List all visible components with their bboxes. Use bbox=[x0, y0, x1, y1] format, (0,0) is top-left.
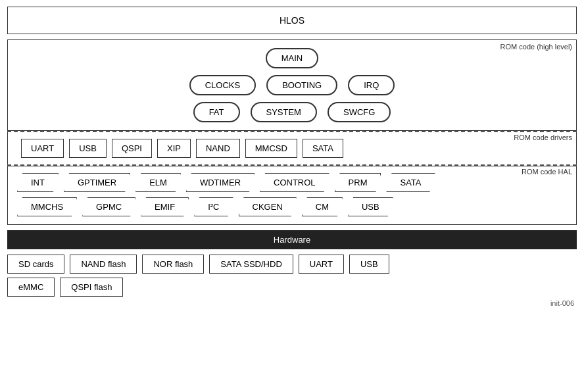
hal-mmchs: MMCHS bbox=[17, 197, 77, 216]
hw-items-section: SD cards NAND flash NOR flash SATA SSD/H… bbox=[7, 255, 577, 297]
hal-control: CONTROL bbox=[260, 173, 329, 192]
pill-main: MAIN bbox=[266, 48, 319, 68]
hardware-label: Hardware bbox=[274, 235, 310, 245]
hardware-bar: Hardware bbox=[7, 230, 577, 249]
rom-drivers-label: ROM code drivers bbox=[514, 134, 572, 141]
rom-high-section: ROM code (high level) MAIN CLOCKS BOOTIN… bbox=[7, 39, 577, 131]
hw-row-2: eMMC QSPI flash bbox=[7, 278, 577, 297]
hlos-box: HLOS bbox=[7, 7, 577, 34]
driver-qspi: QSPI bbox=[112, 139, 152, 158]
hal-row-1: INT GPTIMER ELM WDTIMER CONTROL PRM SATA bbox=[14, 173, 570, 192]
hal-usb: USB bbox=[348, 197, 393, 216]
pill-clocks: CLOCKS bbox=[189, 75, 256, 95]
hw-uart: UART bbox=[299, 255, 344, 274]
hw-emmc: eMMC bbox=[7, 278, 55, 297]
hal-prm: PRM bbox=[335, 173, 381, 192]
rom-row-0: MAIN bbox=[266, 48, 319, 68]
hw-sata-ssd: SATA SSD/HDD bbox=[209, 255, 293, 274]
driver-sata: SATA bbox=[303, 139, 343, 158]
driver-uart: UART bbox=[21, 139, 64, 158]
hal-row-2: MMCHS GPMC EMIF I²C CKGEN CM USB bbox=[14, 197, 570, 216]
driver-mmcsd: MMCSD bbox=[245, 139, 297, 158]
pill-system: SYSTEM bbox=[251, 102, 317, 122]
driver-xip: XIP bbox=[157, 139, 191, 158]
hal-wdtimer: WDTIMER bbox=[186, 173, 255, 192]
pill-irq: IRQ bbox=[348, 75, 395, 95]
hal-ckgen: CKGEN bbox=[239, 197, 297, 216]
hw-usb: USB bbox=[349, 255, 389, 274]
hal-gpmc: GPMC bbox=[82, 197, 135, 216]
hw-nand-flash: NAND flash bbox=[70, 255, 137, 274]
driver-nand: NAND bbox=[196, 139, 240, 158]
pill-fat: FAT bbox=[193, 102, 240, 122]
rom-row-1: CLOCKS BOOTING IRQ bbox=[189, 75, 395, 95]
hal-int: INT bbox=[17, 173, 59, 192]
hlos-label: HLOS bbox=[280, 15, 304, 26]
hw-sdcards: SD cards bbox=[7, 255, 64, 274]
diagram: HLOS ROM code (high level) MAIN CLOCKS B… bbox=[7, 7, 577, 307]
hal-cm: CM bbox=[302, 197, 343, 216]
hal-rows: INT GPTIMER ELM WDTIMER CONTROL PRM SATA… bbox=[14, 170, 570, 216]
pill-swcfg: SWCFG bbox=[328, 102, 391, 122]
init-label: init-006 bbox=[7, 299, 577, 307]
pill-booting: BOOTING bbox=[266, 75, 337, 95]
hal-gptimer: GPTIMER bbox=[64, 173, 130, 192]
rom-hal-label: ROM code HAL bbox=[522, 168, 572, 176]
hw-qspi-flash: QSPI flash bbox=[60, 278, 123, 297]
rom-high-content: MAIN CLOCKS BOOTING IRQ FAT SYSTEM SWCFG bbox=[14, 45, 570, 122]
hal-sata: SATA bbox=[386, 173, 435, 192]
rom-hal-section: ROM code HAL INT GPTIMER ELM WDTIMER CON… bbox=[7, 166, 577, 225]
hw-nor-flash: NOR flash bbox=[142, 255, 204, 274]
rom-high-label: ROM code (high level) bbox=[500, 43, 572, 51]
hal-elm: ELM bbox=[135, 173, 181, 192]
rom-drivers-section: ROM code drivers UART USB QSPI XIP NAND … bbox=[7, 132, 577, 164]
driver-usb: USB bbox=[69, 139, 107, 158]
hal-emif: EMIF bbox=[141, 197, 189, 216]
drivers-row: UART USB QSPI XIP NAND MMCSD SATA bbox=[14, 136, 570, 158]
hal-i2c: I²C bbox=[194, 197, 233, 216]
hw-row-1: SD cards NAND flash NOR flash SATA SSD/H… bbox=[7, 255, 577, 274]
rom-row-2: FAT SYSTEM SWCFG bbox=[193, 102, 391, 122]
